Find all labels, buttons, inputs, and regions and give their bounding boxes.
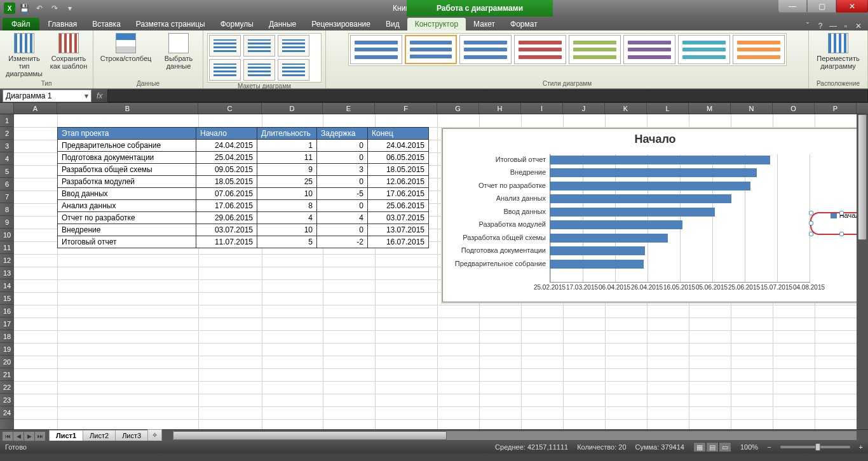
table-cell[interactable]: 09.05.2015 [196,164,257,176]
table-cell[interactable]: Отчет по разработке [58,212,196,224]
column-header[interactable]: K [605,103,647,114]
row-header[interactable]: 10 [0,229,14,241]
row-header[interactable]: 7 [0,190,14,203]
embedded-chart[interactable]: Начало 25.02.201517.03.201506.04.201526.… [442,128,868,302]
save-icon[interactable]: 💾 [18,2,31,15]
row-header[interactable]: 12 [0,254,14,267]
column-header[interactable]: F [375,103,437,114]
row-header[interactable]: 5 [0,165,14,178]
move-chart-button[interactable]: Переместить диаграмму [813,33,864,70]
table-cell[interactable]: 13.07.2015 [368,224,429,236]
table-cell[interactable]: 16.07.2015 [368,236,429,248]
chart-styles-gallery[interactable] [348,33,787,66]
selection-handle[interactable] [809,211,813,215]
selection-handle[interactable] [839,211,844,215]
column-header[interactable]: B [57,103,198,114]
table-header[interactable]: Задержка [317,128,368,140]
table-cell[interactable]: 4 [257,212,317,224]
sheet-nav-prev-icon[interactable]: ◀ [13,432,24,441]
chart-bar[interactable] [550,246,645,255]
zoom-slider[interactable] [780,446,850,448]
chart-style-thumb[interactable] [459,35,512,64]
column-header[interactable]: P [815,103,857,114]
ribbon-tab[interactable]: Вставка [85,18,128,30]
row-header[interactable]: 16 [0,305,14,317]
select-all-corner[interactable] [0,103,14,114]
selection-handle[interactable] [809,221,813,225]
table-cell[interactable]: Итоговый отчет [58,236,196,248]
row-header[interactable]: 3 [0,140,14,152]
horizontal-scrollbar[interactable] [173,431,857,440]
row-header[interactable]: 2 [0,127,14,140]
zoom-slider-thumb[interactable] [815,443,820,451]
table-cell[interactable]: 0 [317,152,368,164]
scrollbar-thumb[interactable] [858,114,867,240]
qat-customize-icon[interactable]: ▾ [64,2,76,15]
cell-grid[interactable]: Этап проектаНачалоДлительностьЗадержкаКо… [14,114,868,429]
chart-bar[interactable] [550,220,682,229]
layout-thumb[interactable] [243,35,275,57]
fx-icon[interactable]: fx [97,91,102,100]
row-header[interactable]: 14 [0,279,14,292]
ribbon-tab[interactable]: Вид [378,18,407,30]
mdi-restore-icon[interactable]: ▫ [840,22,851,30]
view-normal-icon[interactable]: ▦ [693,442,706,452]
column-header[interactable]: O [773,103,815,114]
row-header[interactable]: 15 [0,292,14,305]
ribbon-tab[interactable]: Данные [261,18,304,30]
row-header[interactable]: 9 [0,216,14,229]
new-sheet-button[interactable]: ✧ [147,429,162,441]
ribbon-tab[interactable]: Рецензирование [304,18,378,30]
name-box[interactable]: Диаграмма 1 ▾ [3,90,92,102]
sheet-tab[interactable]: Лист3 [115,430,148,441]
view-page-layout-icon[interactable]: ▤ [706,442,719,452]
save-as-template-button[interactable]: Сохранить как шаблон [48,33,89,77]
ribbon-minimize-icon[interactable]: ˇ [802,22,813,30]
row-header[interactable]: 4 [0,152,14,165]
table-cell[interactable]: 11.07.2015 [196,236,257,248]
table-header[interactable]: Конец [368,128,429,140]
ribbon-tab[interactable]: Разметка страницы [128,18,213,30]
table-header[interactable]: Длительность [257,128,317,140]
column-header[interactable]: A [14,103,57,114]
sheet-tab[interactable]: Лист2 [83,430,116,441]
table-header[interactable]: Этап проекта [58,128,196,140]
vertical-scrollbar[interactable] [857,114,868,429]
chart-plot-area[interactable]: 25.02.201517.03.201506.04.201526.04.2015… [447,154,810,283]
chart-bar[interactable] [550,168,757,177]
minimize-button[interactable]: — [778,0,807,13]
zoom-out-button[interactable]: − [767,443,771,451]
chart-bar[interactable] [550,208,715,217]
table-cell[interactable]: 03.07.2015 [196,224,257,236]
chart-bar[interactable] [550,194,731,203]
table-cell[interactable]: -5 [317,188,368,200]
chart-style-thumb[interactable] [569,35,621,64]
table-cell[interactable]: 3 [317,164,368,176]
chart-style-thumb[interactable] [733,35,785,64]
mdi-close-icon[interactable]: ✕ [853,22,864,30]
table-cell[interactable]: 12.06.2015 [368,176,429,188]
layout-thumb[interactable] [278,59,309,81]
table-cell[interactable]: 24.04.2015 [196,140,257,152]
row-header[interactable]: 1 [0,114,14,127]
undo-icon[interactable]: ↶ [33,2,46,15]
row-header[interactable]: 18 [0,330,14,343]
table-cell[interactable]: 0 [317,200,368,212]
maximize-button[interactable]: ▢ [807,0,836,13]
table-cell[interactable]: 25.06.2015 [368,200,429,212]
table-cell[interactable]: 18.05.2015 [196,176,257,188]
sheet-nav-first-icon[interactable]: ⏮ [3,432,13,441]
table-cell[interactable]: 8 [257,200,317,212]
row-header[interactable]: 13 [0,267,14,279]
table-cell[interactable]: 18.05.2015 [368,164,429,176]
chart-style-thumb[interactable] [623,35,675,64]
table-cell[interactable]: Ввод данных [58,188,196,200]
table-cell[interactable]: Анализ данных [58,200,196,212]
selection-handle[interactable] [809,232,813,236]
table-cell[interactable]: 0 [317,224,368,236]
table-cell[interactable]: 10 [257,188,317,200]
ribbon-tab[interactable]: Формат [503,18,545,30]
table-cell[interactable]: 25.04.2015 [196,152,257,164]
ribbon-tab[interactable]: Главная [41,18,85,30]
chart-style-thumb[interactable] [514,35,566,64]
